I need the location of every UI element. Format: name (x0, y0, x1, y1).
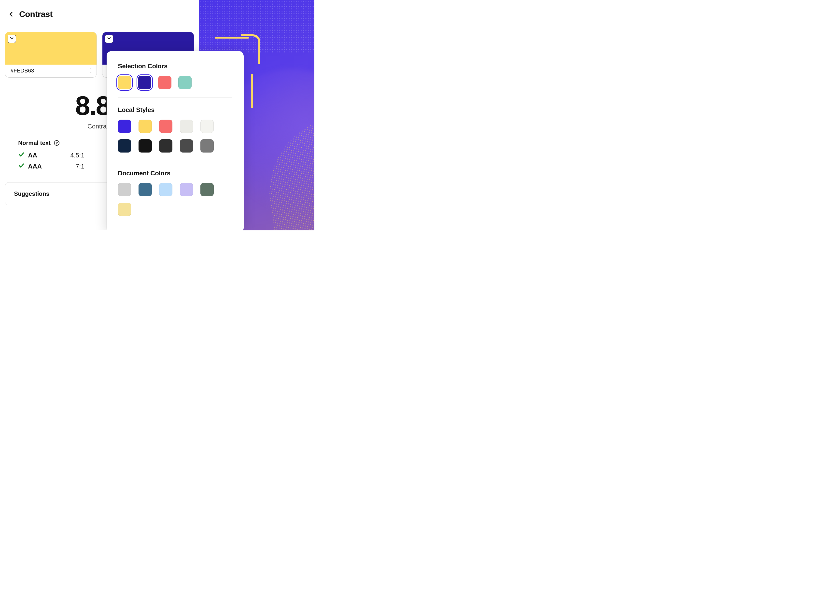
document-colors-heading: Document Colors (118, 169, 232, 177)
color-chip[interactable] (158, 76, 172, 89)
color-chip[interactable] (118, 76, 131, 89)
color-chip[interactable] (201, 139, 214, 153)
local-styles-grid (118, 120, 232, 153)
color-chip[interactable] (139, 120, 152, 133)
color-chip[interactable] (118, 202, 131, 216)
help-icon[interactable]: ? (54, 140, 59, 146)
selection-colors-grid (118, 76, 232, 89)
color-chip[interactable] (180, 120, 193, 133)
chevron-down-icon (107, 36, 111, 41)
foreground-expander-button[interactable] (7, 35, 16, 43)
checkmark-icon (18, 162, 25, 170)
chevron-down-icon (10, 36, 14, 41)
wcag-requirement: 7:1 (60, 163, 85, 170)
wcag-requirement: 4.5:1 (60, 151, 85, 159)
color-chip[interactable] (159, 139, 172, 153)
color-picker-popover: Selection Colors Local Styles Document C… (107, 51, 244, 230)
color-chip[interactable] (139, 139, 152, 153)
foreground-hex-row[interactable]: #FEDB63 ⌃⌄ (5, 65, 97, 77)
canvas-stroke (241, 34, 260, 64)
color-chip[interactable] (118, 120, 131, 133)
foreground-hex-value: #FEDB63 (10, 67, 34, 74)
color-chip[interactable] (118, 139, 131, 153)
foreground-swatch: #FEDB63 ⌃⌄ (5, 32, 97, 78)
panel-header: Contrast (0, 0, 199, 27)
panel-title: Contrast (19, 9, 53, 19)
color-chip[interactable] (180, 183, 193, 196)
suggestions-heading: Suggestions (14, 190, 49, 197)
color-chip[interactable] (201, 183, 214, 196)
wcag-level: AA (28, 151, 60, 159)
color-chip[interactable] (159, 120, 172, 133)
wcag-level: AAA (28, 163, 60, 170)
color-chip[interactable] (139, 183, 152, 196)
foreground-color-area[interactable] (5, 32, 97, 65)
local-styles-heading: Local Styles (118, 106, 232, 114)
color-chip[interactable] (159, 183, 172, 196)
canvas-stroke (251, 74, 253, 108)
normal-text-label: Normal text (18, 139, 51, 147)
color-chip[interactable] (118, 183, 131, 196)
stepper-icon[interactable]: ⌃⌄ (89, 69, 92, 72)
color-chip[interactable] (178, 76, 192, 89)
background-expander-button[interactable] (105, 35, 113, 43)
document-colors-grid (118, 183, 232, 216)
checkmark-icon (18, 151, 25, 159)
selection-colors-heading: Selection Colors (118, 62, 232, 70)
color-chip[interactable] (201, 120, 214, 133)
divider (118, 161, 232, 161)
back-icon[interactable] (8, 11, 14, 17)
color-chip[interactable] (138, 76, 151, 89)
color-chip[interactable] (180, 139, 193, 153)
